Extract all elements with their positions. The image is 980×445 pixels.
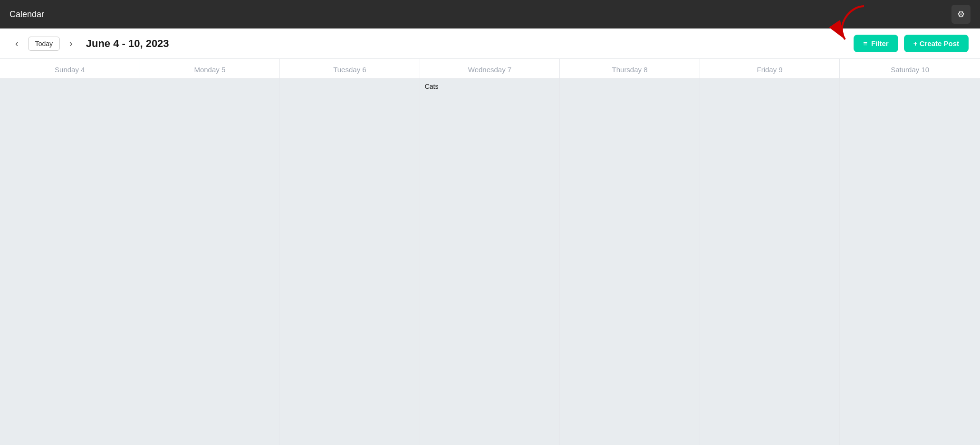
filter-button[interactable]: ≡ Filter (854, 35, 898, 52)
day-column-3: Wednesday 7Cats (420, 59, 560, 445)
day-column-4: Thursday 8 (560, 59, 700, 445)
today-button[interactable]: Today (28, 37, 60, 51)
day-column-2: Tuesday 6 (280, 59, 420, 445)
day-body-6[interactable] (840, 79, 980, 445)
day-column-5: Friday 9 (700, 59, 840, 445)
prev-button[interactable]: ‹ (11, 36, 22, 51)
day-column-1: Monday 5 (140, 59, 280, 445)
day-header-2: Tuesday 6 (280, 59, 420, 79)
day-header-4: Thursday 8 (560, 59, 700, 79)
day-header-5: Friday 9 (700, 59, 840, 79)
day-header-6: Saturday 10 (840, 59, 980, 79)
next-button[interactable]: › (66, 36, 77, 51)
filter-icon: ≡ (863, 39, 867, 47)
day-column-6: Saturday 10 (840, 59, 980, 445)
day-body-1[interactable] (140, 79, 280, 445)
day-header-0: Sunday 4 (0, 59, 140, 79)
day-column-0: Sunday 4 (0, 59, 140, 445)
settings-icon: ⚙ (957, 9, 965, 19)
day-header-3: Wednesday 7 (420, 59, 560, 79)
day-body-4[interactable] (560, 79, 700, 445)
date-range: June 4 - 10, 2023 (86, 38, 169, 50)
day-body-2[interactable] (280, 79, 420, 445)
cats-label: Cats (425, 83, 439, 90)
top-bar: Calendar ⚙ (0, 0, 980, 28)
day-body-3[interactable]: Cats (420, 79, 560, 445)
day-body-0[interactable] (0, 79, 140, 445)
create-post-button[interactable]: + Create Post (904, 35, 969, 52)
calendar-toolbar: ‹ Today › June 4 - 10, 2023 ≡ Filter + C… (0, 28, 980, 59)
next-icon: › (69, 38, 73, 48)
day-header-1: Monday 5 (140, 59, 280, 79)
settings-button[interactable]: ⚙ (951, 5, 970, 24)
calendar-grid: Sunday 4Monday 5Tuesday 6Wednesday 7Cats… (0, 59, 980, 445)
day-body-5[interactable] (700, 79, 840, 445)
toolbar-left: ‹ Today › June 4 - 10, 2023 (11, 36, 169, 51)
toolbar-right: ≡ Filter + Create Post (854, 35, 969, 52)
prev-icon: ‹ (15, 38, 19, 48)
filter-label: Filter (871, 39, 889, 47)
app-title: Calendar (10, 9, 44, 19)
